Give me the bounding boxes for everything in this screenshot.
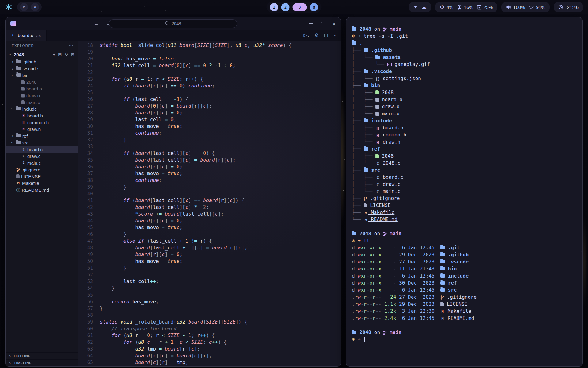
code-token: r [156,332,162,338]
explorer-item[interactable]: .gitignore [6,166,78,173]
code-token [100,231,123,237]
tree-row: │ └── H draw.h [352,138,577,145]
maximize-button[interactable] [321,22,324,25]
book-file-icon [364,203,367,207]
code-token: = [162,171,168,176]
explorer-item[interactable]: ›src [6,139,78,146]
folder-icon [352,41,356,45]
close-editor-icon[interactable]: × [334,33,336,38]
perm-char: r [355,259,358,265]
perm-char: - [375,245,379,251]
explorer-item[interactable]: Hcommon.h [6,119,78,126]
run-button[interactable]: ▷∨ [303,33,309,38]
launcher-logo-icon[interactable] [5,3,12,11]
explorer-item[interactable]: ›.vscode [6,65,78,72]
minimize-button[interactable] [309,23,313,24]
code-token: c [185,150,188,156]
code-token: ++ [150,278,156,284]
perm-char: d [352,259,355,265]
code-token: ; [212,83,215,89]
explorer-item[interactable]: ›bin [6,72,78,79]
audio-network-module[interactable]: 100% 91% [501,2,550,12]
new-folder-icon[interactable]: ⊞ [58,52,62,57]
line-number: 48 [78,244,93,251]
split-editor-icon[interactable]: ◫ [324,33,328,38]
explorer-item[interactable]: draw.o [6,92,78,99]
explorer-root-folder[interactable]: › 2048 + ⊞ ↻ ⊟ [6,51,78,58]
titlebar[interactable]: ← → 2048 × [6,17,341,30]
file-date: 3 Jan 22:30 [396,308,441,314]
refresh-icon[interactable]: ↻ [65,52,68,57]
explorer-item[interactable]: Cmain.c [6,159,78,166]
collapse-all-icon[interactable]: ⊟ [71,52,74,57]
tree-row: ├── .github [352,47,577,54]
explorer-item[interactable]: MMakefile [6,180,78,186]
explorer-item[interactable]: Hboard.h [6,112,78,119]
code-line [100,271,341,278]
file-name: README.md [445,315,474,321]
timeline-panel[interactable]: › TIMELINE [6,359,78,366]
back-button[interactable]: ← [94,21,99,27]
folder-icon [364,168,368,172]
code-token: ][ [156,218,162,224]
explorer-item[interactable]: board.o [6,85,78,92]
code-token: ][ [156,110,162,116]
media-next-button[interactable]: » [31,3,39,11]
tab-board-c[interactable]: C board.c src [6,30,47,41]
code-token [100,245,135,251]
weather-module[interactable]: ☁ [409,2,431,12]
explorer-item[interactable]: LICENSE [6,173,78,180]
code-token: ] [165,353,171,358]
code-token: - [215,63,218,68]
explorer-item[interactable]: Cdraw.c [6,153,78,159]
explorer-item[interactable]: iREADME.md [6,186,78,193]
perm-char: - [375,273,379,279]
explorer-item[interactable]: main.o [6,99,78,105]
obj-file-icon [375,105,379,109]
code-token: last_cell [183,211,209,217]
more-actions-icon[interactable]: ⋯ [69,43,73,48]
outline-panel[interactable]: › OUTLINE [6,352,78,359]
explorer-item[interactable]: Cboard.c [6,146,78,153]
explorer-item[interactable]: ›ref [6,132,78,139]
code-line: } [100,265,341,271]
media-prev-button[interactable]: « [20,3,28,11]
workspace-1[interactable]: 1 [270,3,278,11]
code-editor[interactable]: 1819202122232425262728293031323334353637… [78,41,341,366]
volume-value: 100% [513,5,525,10]
perm-char: w [358,245,361,251]
file-date: 30 Dec 2023 [396,280,441,286]
code-token: = [159,346,165,352]
workspace-3[interactable]: 3 [293,3,307,11]
explorer-item[interactable]: ›.github [6,58,78,65]
code-token: [ [150,218,153,224]
terminal-content[interactable]: 2048 on main❄ ➜ tree -a -I .git .├── .gi… [346,17,582,351]
tree-entry-name: draw.c [380,181,400,187]
perm-char: r [372,315,375,321]
settings-gear-icon[interactable]: ⚙ [315,33,319,38]
code-line [100,49,341,56]
perm-char: - [367,259,370,265]
workspace-8[interactable]: 8 [310,3,318,11]
code-token: r [203,353,206,358]
clock-module[interactable]: 21:46 [554,2,583,12]
code-line: board[last_cell][c] = board[r][c]; [100,157,341,163]
code-token: ][ [156,353,162,358]
workspace-2[interactable]: 2 [281,3,290,11]
tree-entry-name: assets [380,54,401,60]
code-token: r [162,359,165,365]
perm-char: x [379,273,382,279]
code-line: board[r][c] = board[c][r]; [100,352,341,359]
explorer-item[interactable]: 2048 [6,79,78,85]
perm-char: w [358,308,361,314]
system-stats-module[interactable]: ⚙ 4% 16% 25% [435,2,497,12]
tree-row: │ ├── H board.h [352,124,577,131]
ll-row: .rw-r--r-- 2.4k 6 Jan 12:45 M README.md [352,315,577,322]
explorer-item[interactable]: ›include [6,105,78,112]
command-center-search[interactable]: 2048 [109,19,237,28]
close-button[interactable]: × [332,21,336,27]
new-file-icon[interactable]: + [53,52,55,57]
explorer-item-label: draw.o [26,93,40,98]
perm-char: . [352,294,355,300]
explorer-item[interactable]: Hdraw.h [6,126,78,132]
